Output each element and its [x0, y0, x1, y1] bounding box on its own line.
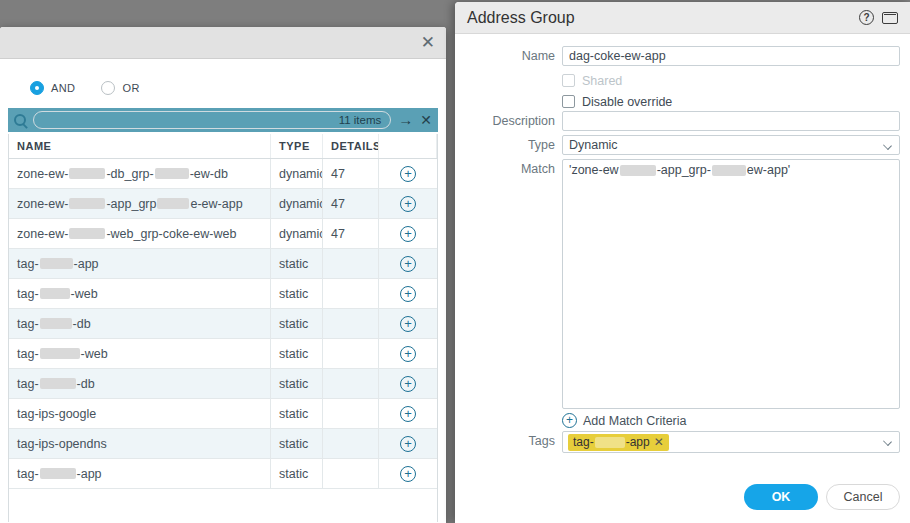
- row-actions: +: [379, 249, 437, 278]
- radio-or-icon[interactable]: [101, 81, 115, 95]
- redacted-text: [40, 288, 70, 299]
- row-type: static: [271, 339, 323, 368]
- disable-override-checkbox[interactable]: [562, 95, 575, 108]
- text-segment: -ew-db: [190, 167, 228, 181]
- cancel-button[interactable]: Cancel: [826, 484, 900, 510]
- criteria-table: NAME TYPE DETAILS zone-ew--db_grp--ew-db…: [8, 134, 438, 522]
- tags-label: Tags: [455, 431, 555, 448]
- text-segment: tag-: [17, 347, 39, 361]
- search-icon: [14, 114, 26, 126]
- name-row: Name: [455, 46, 910, 66]
- description-input[interactable]: [562, 111, 900, 131]
- search-input[interactable]: 11 items: [33, 111, 391, 129]
- radio-and-icon[interactable]: [30, 81, 44, 95]
- redacted-text: [40, 318, 72, 329]
- apply-filter-arrow-icon[interactable]: →: [398, 111, 413, 129]
- name-label: Name: [455, 46, 555, 63]
- row-details: [323, 339, 379, 368]
- logic-radio-group: AND OR: [30, 80, 438, 95]
- row-name: zone-ew--app_grpe-ew-app: [9, 189, 271, 218]
- row-details: [323, 399, 379, 428]
- row-details: [323, 459, 379, 488]
- shared-checkbox: [562, 74, 575, 87]
- add-criterion-icon[interactable]: +: [400, 436, 416, 452]
- tag-chip-text: tag--app: [573, 435, 650, 449]
- close-icon[interactable]: ✕: [421, 33, 435, 53]
- address-group-panel: Address Group ? Name Shared Disable over…: [455, 2, 910, 523]
- add-criterion-icon[interactable]: +: [400, 406, 416, 422]
- row-name: tag--db: [9, 369, 271, 398]
- add-criterion-icon[interactable]: +: [400, 316, 416, 332]
- row-actions: +: [379, 369, 437, 398]
- row-details: [323, 429, 379, 458]
- ok-button[interactable]: OK: [744, 484, 818, 510]
- text-segment: -app_grp: [106, 197, 156, 211]
- shared-label: Shared: [582, 74, 622, 88]
- text-segment: zone-ew-: [17, 197, 68, 211]
- clear-filter-icon[interactable]: ✕: [420, 111, 432, 129]
- column-header-name: NAME: [9, 134, 271, 158]
- radio-option-and[interactable]: AND: [30, 81, 75, 95]
- row-actions: +: [379, 189, 437, 218]
- text-segment: -app: [626, 435, 650, 449]
- add-criterion-icon[interactable]: +: [400, 286, 416, 302]
- type-selected-value: Dynamic: [569, 138, 618, 152]
- window-dock-icon[interactable]: [882, 12, 898, 24]
- row-actions: +: [379, 309, 437, 338]
- help-icon[interactable]: ?: [859, 10, 874, 25]
- row-name: tag--web: [9, 339, 271, 368]
- text-segment: -app_grp-: [657, 163, 711, 177]
- row-name: zone-ew--db_grp--ew-db: [9, 159, 271, 188]
- text-segment: tag-: [17, 287, 39, 301]
- add-criterion-icon[interactable]: +: [400, 346, 416, 362]
- table-row: tag-ips-googlestatic+: [9, 399, 437, 429]
- add-criterion-icon[interactable]: +: [400, 466, 416, 482]
- text-segment: -db: [77, 377, 95, 391]
- address-group-form: Name Shared Disable override Description: [455, 34, 910, 453]
- add-criterion-icon[interactable]: +: [400, 376, 416, 392]
- text-segment: tag-: [17, 467, 39, 481]
- add-criterion-icon[interactable]: +: [400, 166, 416, 182]
- match-textarea[interactable]: 'zone-ew-app_grp-ew-app': [562, 159, 900, 409]
- panel-header: Address Group ?: [455, 2, 910, 34]
- row-actions: +: [379, 339, 437, 368]
- radio-option-or[interactable]: OR: [101, 81, 139, 95]
- table-row: tag-ips-opendnsstatic+: [9, 429, 437, 459]
- row-type: static: [271, 249, 323, 278]
- remove-tag-icon[interactable]: ✕: [654, 435, 664, 449]
- row-actions: +: [379, 159, 437, 188]
- text-segment: -web_grp-coke-ew-web: [106, 227, 236, 241]
- row-type: static: [271, 459, 323, 488]
- redacted-text: [40, 468, 76, 479]
- type-select[interactable]: Dynamic: [562, 135, 900, 155]
- text-segment: tag-ips-opendns: [17, 437, 107, 451]
- dialog-body: AND OR 11 items → ✕ NAME TYPE: [0, 80, 446, 522]
- redacted-text: [157, 198, 189, 209]
- name-input[interactable]: [562, 46, 900, 66]
- add-match-criteria-button[interactable]: + Add Match Criteria: [562, 412, 910, 429]
- text-segment: zone-ew-: [17, 227, 68, 241]
- row-type: static: [271, 399, 323, 428]
- table-row: tag--webstatic+: [9, 279, 437, 309]
- row-actions: +: [379, 429, 437, 458]
- text-segment: -app: [74, 257, 99, 271]
- type-row: Type Dynamic: [455, 135, 910, 155]
- row-name: zone-ew--web_grp-coke-ew-web: [9, 219, 271, 248]
- add-criterion-icon[interactable]: +: [400, 256, 416, 272]
- add-criterion-icon[interactable]: +: [400, 196, 416, 212]
- row-actions: +: [379, 219, 437, 248]
- table-row: tag--appstatic+: [9, 459, 437, 489]
- tags-row: Tags tag--app ✕: [455, 431, 910, 453]
- add-criterion-icon[interactable]: +: [400, 226, 416, 242]
- dialog-footer: OK Cancel: [744, 484, 900, 510]
- text-segment: -app: [77, 467, 102, 481]
- table-header-row: NAME TYPE DETAILS: [9, 134, 437, 159]
- criteria-table-body: zone-ew--db_grp--ew-dbdynamic47+zone-ew-…: [9, 159, 437, 489]
- row-name: tag--web: [9, 279, 271, 308]
- text-segment: tag-: [17, 377, 39, 391]
- tags-select[interactable]: tag--app ✕: [562, 431, 900, 453]
- type-label: Type: [455, 135, 555, 152]
- row-name: tag-ips-google: [9, 399, 271, 428]
- row-type: static: [271, 309, 323, 338]
- shared-checkbox-row: Shared: [562, 73, 910, 88]
